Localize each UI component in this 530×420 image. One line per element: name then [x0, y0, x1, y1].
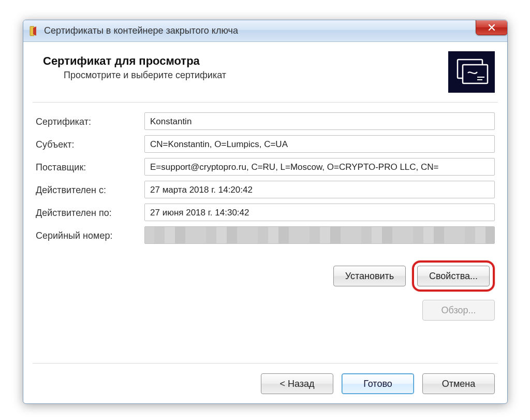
- app-icon: [28, 26, 39, 36]
- value-subject[interactable]: CN=Konstantin, O=Lumpics, C=UA: [144, 135, 495, 153]
- certificate-form: Сертификат: Konstantin Субъект: CN=Konst…: [36, 112, 495, 249]
- value-valid-from[interactable]: 27 марта 2018 г. 14:20:42: [144, 181, 495, 198]
- row-subject: Субъект: CN=Konstantin, O=Lumpics, C=UA: [36, 135, 495, 153]
- svg-rect-3: [463, 65, 488, 83]
- wizard-header: Сертификат для просмотра Просмотрите и в…: [36, 51, 495, 93]
- certificate-illustration-icon: [448, 51, 495, 93]
- row-certificate: Сертификат: Konstantin: [36, 112, 495, 130]
- divider: [33, 102, 498, 103]
- highlight-annotation: Свойства...: [412, 260, 495, 292]
- row-valid-from: Действителен с: 27 марта 2018 г. 14:20:4…: [36, 181, 495, 198]
- install-button[interactable]: Установить: [333, 266, 406, 286]
- value-valid-to[interactable]: 27 июня 2018 г. 14:30:42: [144, 204, 495, 221]
- client-area: Сертификат для просмотра Просмотрите и в…: [23, 42, 507, 403]
- label-valid-from: Действителен с:: [36, 184, 144, 196]
- label-serial: Серийный номер:: [36, 229, 144, 241]
- label-valid-to: Действителен по:: [36, 207, 144, 219]
- label-issuer: Поставщик:: [36, 161, 144, 173]
- wizard-nav: < Назад Готово Отмена: [36, 373, 495, 394]
- back-button[interactable]: < Назад: [261, 373, 333, 394]
- finish-button[interactable]: Готово: [342, 373, 414, 394]
- label-certificate: Сертификат:: [36, 115, 144, 127]
- close-icon: [488, 24, 495, 31]
- row-issuer: Поставщик: E=support@cryptopro.ru, C=RU,…: [36, 158, 495, 176]
- label-subject: Субъект:: [36, 138, 144, 150]
- value-serial-redacted[interactable]: [144, 226, 495, 244]
- value-certificate[interactable]: Konstantin: [144, 112, 495, 130]
- dialog-window: Сертификаты в контейнере закрытого ключа…: [23, 20, 508, 404]
- titlebar[interactable]: Сертификаты в контейнере закрытого ключа: [23, 20, 507, 42]
- action-buttons: Установить Свойства... Обзор...: [36, 260, 495, 321]
- close-button[interactable]: [476, 20, 508, 35]
- value-issuer[interactable]: E=support@cryptopro.ru, C=RU, L=Moscow, …: [144, 158, 495, 176]
- page-subtitle: Просмотрите и выберите сертификат: [64, 70, 226, 81]
- page-title: Сертификат для просмотра: [43, 54, 226, 68]
- row-valid-to: Действителен по: 27 июня 2018 г. 14:30:4…: [36, 204, 495, 221]
- divider: [33, 363, 498, 364]
- row-serial: Серийный номер:: [36, 226, 495, 244]
- browse-button: Обзор...: [422, 300, 495, 321]
- cancel-button[interactable]: Отмена: [422, 373, 495, 394]
- window-title: Сертификаты в контейнере закрытого ключа: [44, 25, 238, 36]
- properties-button[interactable]: Свойства...: [417, 266, 490, 286]
